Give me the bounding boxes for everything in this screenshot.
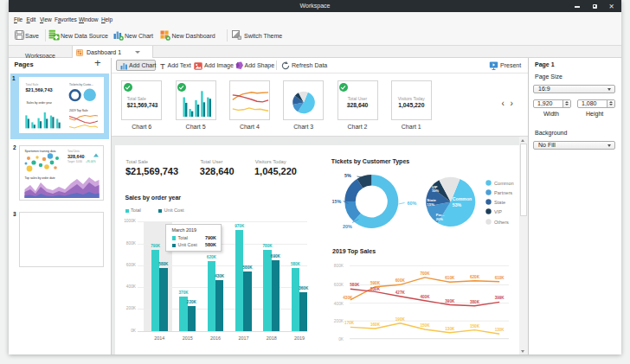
svg-text:Common: Common xyxy=(453,195,472,201)
svg-text:State: State xyxy=(494,199,505,204)
svg-text:580K: 580K xyxy=(350,282,360,286)
svg-text:VIP: VIP xyxy=(494,208,502,214)
svg-text:399K: 399K xyxy=(495,296,505,300)
svg-text:5%: 5% xyxy=(344,173,351,178)
svg-text:15%: 15% xyxy=(427,202,434,207)
svg-text:$21,569,743: $21,569,743 xyxy=(26,87,53,93)
svg-text:600K: 600K xyxy=(395,278,406,283)
svg-text:700K: 700K xyxy=(421,271,431,275)
svg-text:328,640: 328,640 xyxy=(68,153,85,158)
svg-text:Common: Common xyxy=(494,180,514,185)
svg-text:200K: 200K xyxy=(334,319,344,323)
svg-text:380K: 380K xyxy=(470,299,480,303)
svg-text:State: State xyxy=(427,198,436,202)
svg-text:600K: 600K xyxy=(334,283,344,287)
svg-text:Total Sale: Total Sale xyxy=(26,83,39,86)
svg-text:Sportsmen training data: Sportsmen training data xyxy=(25,150,56,153)
svg-text:Partners: Partners xyxy=(494,189,512,195)
svg-text:610K: 610K xyxy=(495,275,505,279)
svg-text:130K: 130K xyxy=(445,326,455,330)
svg-text:53%: 53% xyxy=(453,201,462,207)
svg-text:10%: 10% xyxy=(432,188,439,193)
svg-text:Tickets by Custo...: Tickets by Custo... xyxy=(69,83,93,86)
svg-text:170K: 170K xyxy=(344,321,355,325)
svg-text:Top sales by order date: Top sales by order date xyxy=(25,176,55,180)
svg-text:610K: 610K xyxy=(445,276,455,280)
svg-text:0K: 0K xyxy=(338,336,344,341)
svg-text:430K: 430K xyxy=(343,296,353,300)
svg-text:2019 Top Sale: 2019 Top Sale xyxy=(69,109,88,112)
svg-text:60%: 60% xyxy=(408,201,417,206)
svg-text:400K: 400K xyxy=(421,294,431,298)
svg-text:+95.00%: +95.00% xyxy=(86,160,96,163)
svg-text:190K: 190K xyxy=(395,316,406,321)
svg-text:800K: 800K xyxy=(334,264,344,268)
svg-text:427K: 427K xyxy=(395,290,406,294)
svg-text:Target: 3,030: Target: 3,030 xyxy=(68,160,82,163)
svg-text:150K: 150K xyxy=(470,323,480,328)
svg-text:590K: 590K xyxy=(370,280,381,284)
svg-text:Others: Others xyxy=(494,219,509,224)
svg-text:530K: 530K xyxy=(370,287,381,291)
svg-text:160K: 160K xyxy=(370,322,381,327)
svg-text:Sales by order year: Sales by order year xyxy=(27,101,53,105)
svg-text:390K: 390K xyxy=(445,298,455,303)
svg-text:15%: 15% xyxy=(332,198,342,203)
svg-text:400K: 400K xyxy=(334,301,344,305)
svg-text:20%: 20% xyxy=(343,223,352,228)
svg-text:20%: 20% xyxy=(436,216,443,220)
svg-text:130K: 130K xyxy=(495,328,505,332)
svg-text:620K: 620K xyxy=(470,274,480,278)
svg-text:Total Units: Total Units xyxy=(68,149,80,152)
svg-text:150K: 150K xyxy=(421,323,431,328)
